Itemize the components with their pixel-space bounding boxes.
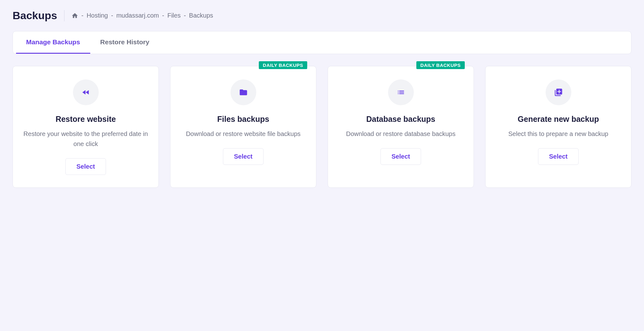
daily-backups-badge: DAILY BACKUPS (259, 61, 307, 69)
rewind-icon (73, 79, 99, 105)
select-button-files-backups[interactable]: Select (223, 148, 264, 165)
cards-grid: Restore website Restore your website to … (13, 66, 631, 188)
card-files-backups: DAILY BACKUPS Files backups Download or … (170, 66, 316, 188)
card-description: Download or restore website file backups (186, 129, 301, 139)
breadcrumb-files[interactable]: Files (167, 12, 180, 19)
page-title: Backups (13, 9, 64, 22)
breadcrumb-separator: - (81, 12, 84, 19)
breadcrumb-separator: - (184, 12, 186, 19)
header-row: Backups - Hosting - mudassarj.com - File… (13, 9, 631, 22)
breadcrumb-domain[interactable]: mudassarj.com (116, 12, 159, 19)
card-title: Restore website (56, 115, 116, 124)
card-title: Database backups (366, 115, 436, 124)
daily-backups-badge: DAILY BACKUPS (416, 61, 465, 69)
card-description: Download or restore database backups (346, 129, 456, 139)
card-generate-backup: Generate new backup Select this to prepa… (485, 66, 631, 188)
card-title: Generate new backup (518, 115, 599, 124)
card-description: Select this to prepare a new backup (508, 129, 608, 139)
breadcrumb-separator: - (111, 12, 113, 19)
folder-icon (230, 79, 256, 105)
select-button-database-backups[interactable]: Select (380, 148, 421, 165)
breadcrumb-separator: - (162, 12, 164, 19)
breadcrumb-backups[interactable]: Backups (189, 12, 213, 19)
header-divider (64, 10, 64, 21)
select-button-restore-website[interactable]: Select (65, 158, 106, 175)
card-database-backups: DAILY BACKUPS Database backups Download … (328, 66, 474, 188)
card-description: Restore your website to the preferred da… (22, 129, 149, 149)
card-title: Files backups (217, 115, 269, 124)
breadcrumb: - Hosting - mudassarj.com - Files - Back… (71, 12, 213, 19)
page-container: Backups - Hosting - mudassarj.com - File… (0, 0, 644, 197)
tabs-container: Manage Backups Restore History (13, 31, 631, 54)
list-icon (388, 79, 414, 105)
tabs: Manage Backups Restore History (13, 31, 631, 54)
home-icon[interactable] (71, 12, 78, 19)
card-restore-website: Restore website Restore your website to … (13, 66, 159, 188)
add-file-icon (546, 79, 571, 105)
tab-restore-history[interactable]: Restore History (90, 31, 159, 54)
breadcrumb-hosting[interactable]: Hosting (86, 12, 108, 19)
select-button-generate-backup[interactable]: Select (538, 148, 579, 165)
tab-manage-backups[interactable]: Manage Backups (16, 31, 90, 54)
